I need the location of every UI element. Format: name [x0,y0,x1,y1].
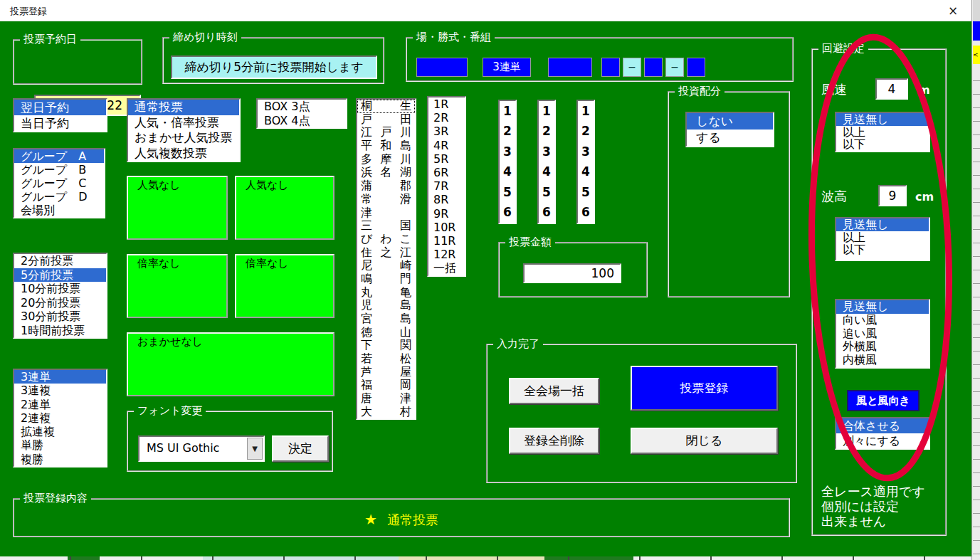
method-option[interactable]: 人気・倍率投票 [128,115,239,131]
box-points-option[interactable]: BOX 4点 [258,114,346,128]
race-item[interactable]: 3R [428,125,465,138]
bet-type-option[interactable]: 2連複 [14,411,106,425]
race-item[interactable]: 12R [428,248,465,261]
close-button[interactable]: 閉じる [631,428,778,454]
venue-item[interactable]: 平和島 [357,139,415,153]
venue-item[interactable]: 宮島 [357,312,415,326]
boat-number[interactable]: 4 [578,162,594,181]
wave-condition-option[interactable]: 以下 [836,243,929,256]
day-option[interactable]: 当日予約 [14,115,106,131]
race-item[interactable]: 1R [428,97,465,111]
group-option[interactable]: 会場別 [14,204,104,217]
method-option[interactable]: おまかせ人気投票 [128,130,239,146]
day-option[interactable]: 翌日予約 [14,100,106,115]
boat-number-column-1[interactable]: 123456 [498,100,517,224]
venue-item[interactable]: 芦屋 [357,366,415,379]
venue-item[interactable]: 三国 [357,219,415,233]
boat-number[interactable]: 3 [500,142,515,162]
bet-type-option[interactable]: 複勝 [14,453,106,466]
wind-and-direction-button[interactable]: 風と風向き [847,390,920,411]
venue-item[interactable]: 大村 [357,406,415,419]
wind-direction-option[interactable]: 追い風 [836,327,929,341]
method-option[interactable]: 人気複数投票 [128,146,239,162]
race-item[interactable]: 7R [428,179,465,193]
day-select-list[interactable]: 翌日予約当日予約 [13,98,107,132]
boat-number[interactable]: 6 [500,202,515,222]
wind-direction-list[interactable]: 見送無し向い風追い風外横風内横風 [835,299,930,369]
boat-number-column-2[interactable]: 123456 [537,100,556,224]
venue-item[interactable]: 若松 [357,352,415,366]
wind-direction-option[interactable]: 見送無し [836,300,929,314]
bet-type-option[interactable]: 2連単 [14,398,106,411]
group-option[interactable]: グループ C [14,176,104,190]
venue-item[interactable]: 桐生 [357,100,415,113]
venue-item[interactable]: 浜名湖 [357,166,415,179]
method-select-list[interactable]: 通常投票人気・倍率投票おまかせ人気投票人気複数投票 [127,98,241,162]
wave-height-input[interactable] [878,185,907,206]
timing-option[interactable]: 2分前投票 [14,254,106,268]
boat-number-column-3[interactable]: 123456 [576,100,595,224]
amount-input[interactable] [523,263,621,283]
font-select[interactable]: MS UI Gothic ▼ [138,435,265,462]
boat-number[interactable]: 5 [500,182,515,202]
wind-condition-list[interactable]: 見送無し以上以下 [835,112,930,152]
wind-speed-input[interactable] [875,78,908,100]
boat-number[interactable]: 4 [539,162,554,181]
combine-mode-list[interactable]: 合体させる別々にする [835,417,930,450]
boat-number[interactable]: 3 [539,142,554,162]
invest-option[interactable]: する [687,130,773,146]
venue-item[interactable]: 鳴門 [357,273,415,286]
venue-item[interactable]: 福岡 [357,379,415,392]
wind-direction-option[interactable]: 内横風 [836,354,929,367]
boat-number[interactable]: 5 [539,182,554,202]
boat-number[interactable]: 6 [539,202,554,222]
boat-number[interactable]: 1 [578,101,594,121]
close-icon[interactable]: × [943,4,963,18]
race-item[interactable]: 9R [428,207,465,221]
bet-type-option[interactable]: 拡連複 [14,425,106,438]
chevron-down-icon[interactable]: ▼ [247,438,263,460]
venue-item[interactable]: 住之江 [357,246,415,260]
boat-number[interactable]: 1 [500,101,515,121]
venue-item[interactable]: 多摩川 [357,153,415,167]
boat-number[interactable]: 5 [578,182,594,202]
race-item[interactable]: 8R [428,193,465,206]
race-item[interactable]: 一括 [428,261,465,275]
timing-option[interactable]: 1時間前投票 [14,324,106,338]
wind-direction-option[interactable]: 外横風 [836,340,929,354]
venue-item[interactable]: びわこ [357,233,415,246]
venue-item[interactable]: 丸亀 [357,286,415,300]
font-decide-button[interactable]: 決定 [272,435,329,462]
wind-condition-option[interactable]: 以上 [836,126,929,139]
group-option[interactable]: グループ B [14,163,104,176]
venue-item[interactable]: 常滑 [357,193,415,206]
timing-option[interactable]: 5分前投票 [14,268,106,282]
race-item[interactable]: 11R [428,234,465,248]
venue-item[interactable]: 戸田 [357,113,415,127]
race-item[interactable]: 6R [428,166,465,179]
wave-condition-list[interactable]: 見送無し以上以下 [835,217,930,261]
race-item[interactable]: 10R [428,221,465,234]
venue-item[interactable]: 児島 [357,299,415,312]
box-points-option[interactable]: BOX 3点 [258,100,346,114]
box-points-list[interactable]: BOX 3点BOX 4点 [256,98,347,129]
boat-number[interactable]: 2 [578,121,594,141]
group-option[interactable]: グループ D [14,190,104,204]
venue-item[interactable]: 江戸川 [357,126,415,139]
venue-item[interactable]: 蒲郡 [357,179,415,193]
wind-condition-option[interactable]: 以下 [836,138,929,151]
boat-number[interactable]: 4 [500,162,515,181]
all-venues-button[interactable]: 全会場一括 [509,378,599,404]
wave-condition-option[interactable]: 見送無し [836,218,929,231]
bet-type-option[interactable]: 3連単 [14,370,106,384]
bet-type-select-list[interactable]: 3連単3連複2連単2連複拡連複単勝複勝 [13,369,107,467]
boat-number[interactable]: 2 [539,121,554,141]
venue-item[interactable]: 下関 [357,339,415,352]
venue-list[interactable]: 桐生戸田江戸川平和島多摩川浜名湖蒲郡常滑津三国びわこ住之江尼崎鳴門丸亀児島宮島徳… [356,98,416,420]
wind-direction-option[interactable]: 向い風 [836,314,929,327]
invest-option[interactable]: しない [687,113,773,130]
group-option[interactable]: グループ A [14,149,104,163]
invest-select-list[interactable]: しないする [685,112,774,147]
method-option[interactable]: 通常投票 [128,100,239,115]
timing-option[interactable]: 20分前投票 [14,296,106,310]
